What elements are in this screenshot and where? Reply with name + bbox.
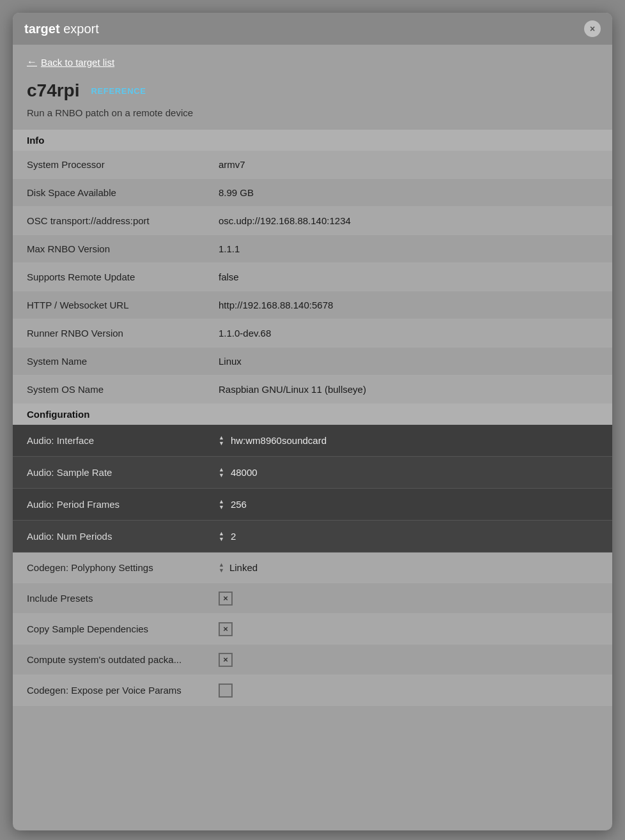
config-value[interactable]: ▲▼ 48000 — [219, 467, 258, 478]
back-link-row: ← Back to target list — [13, 45, 612, 74]
spinner-icon[interactable]: ▲▼ — [219, 499, 224, 510]
target-description: Run a RNBO patch on a remote device — [13, 105, 612, 130]
config-label: Audio: Interface — [27, 435, 219, 446]
info-value: false — [219, 271, 239, 282]
info-label: Supports Remote Update — [27, 271, 219, 282]
panel-title-rest: export — [60, 22, 99, 36]
back-link-label: Back to target list — [41, 57, 114, 68]
info-section-header: Info — [13, 130, 612, 151]
config-label: Audio: Period Frames — [27, 499, 219, 510]
checkbox-copy-samples[interactable]: × — [219, 622, 233, 636]
config-value[interactable]: ▲▼ 2 — [219, 531, 236, 542]
info-label: System OS Name — [27, 384, 219, 395]
back-arrow-icon: ← — [27, 56, 37, 68]
spinner-icon[interactable]: ▲▼ — [219, 562, 224, 574]
info-row: Disk Space Available 8.99 GB — [13, 179, 612, 207]
checkbox-include-presets[interactable]: × — [219, 592, 233, 606]
info-value: Raspbian GNU/Linux 11 (bullseye) — [219, 384, 366, 395]
config-row-polyphony: Codegen: Polyphony Settings ▲▼ Linked — [13, 553, 612, 583]
config-row-num-periods: Audio: Num Periods ▲▼ 2 — [13, 521, 612, 553]
info-label: System Processor — [27, 159, 219, 170]
config-value[interactable]: ▲▼ 256 — [219, 499, 247, 510]
info-row: System Processor armv7 — [13, 151, 612, 179]
config-row-sample-rate: Audio: Sample Rate ▲▼ 48000 — [13, 457, 612, 489]
info-row: Max RNBO Version 1.1.1 — [13, 235, 612, 263]
info-label: Runner RNBO Version — [27, 328, 219, 339]
config-row-include-presets: Include Presets × — [13, 583, 612, 614]
info-label: System Name — [27, 356, 219, 367]
config-row-expose-voice-params: Codegen: Expose per Voice Params — [13, 675, 612, 706]
panel-header: target export × — [13, 13, 612, 45]
info-row: Runner RNBO Version 1.1.0-dev.68 — [13, 319, 612, 347]
config-row-period-frames: Audio: Period Frames ▲▼ 256 — [13, 489, 612, 521]
config-dark-rows: Audio: Interface ▲▼ hw:wm8960soundcard A… — [13, 425, 612, 553]
config-row-outdated-packages: Compute system's outdated packa... × — [13, 645, 612, 675]
spinner-icon[interactable]: ▲▼ — [219, 467, 224, 478]
config-label: Copy Sample Dependencies — [27, 623, 219, 634]
info-row: System Name Linux — [13, 347, 612, 376]
info-label: OSC transport://address:port — [27, 215, 219, 226]
config-row-audio-interface: Audio: Interface ▲▼ hw:wm8960soundcard — [13, 425, 612, 457]
config-value[interactable]: × — [219, 622, 233, 636]
target-name: c74rpi — [27, 80, 80, 101]
info-label: Max RNBO Version — [27, 243, 219, 254]
close-icon: × — [590, 24, 595, 34]
info-value: Linux — [219, 356, 242, 367]
config-label: Audio: Sample Rate — [27, 467, 219, 478]
info-value: http://192.168.88.140:5678 — [219, 300, 333, 310]
info-row: System OS Name Raspbian GNU/Linux 11 (bu… — [13, 376, 612, 404]
close-button[interactable]: × — [584, 20, 601, 37]
config-value[interactable] — [219, 683, 233, 698]
config-value[interactable]: × — [219, 592, 233, 606]
config-label: Include Presets — [27, 593, 219, 604]
info-value: osc.udp://192.168.88.140:1234 — [219, 215, 351, 226]
info-value: 1.1.0-dev.68 — [219, 328, 271, 339]
config-label: Audio: Num Periods — [27, 531, 219, 542]
info-label: HTTP / Websocket URL — [27, 300, 219, 310]
panel-title: target export — [24, 22, 99, 36]
config-label: Codegen: Expose per Voice Params — [27, 685, 219, 696]
config-row-copy-samples: Copy Sample Dependencies × — [13, 614, 612, 645]
spinner-icon[interactable]: ▲▼ — [219, 531, 224, 542]
config-section-header: Configuration — [13, 404, 612, 425]
info-row: HTTP / Websocket URL http://192.168.88.1… — [13, 291, 612, 319]
back-to-list-link[interactable]: ← Back to target list — [27, 56, 114, 68]
main-panel: target export × ← Back to target list c7… — [13, 13, 612, 830]
config-label: Compute system's outdated packa... — [27, 654, 219, 665]
config-light-rows: Codegen: Polyphony Settings ▲▼ Linked In… — [13, 553, 612, 706]
info-value: 1.1.1 — [219, 243, 240, 254]
info-value: 8.99 GB — [219, 187, 254, 198]
config-value[interactable]: × — [219, 653, 233, 667]
config-label: Codegen: Polyphony Settings — [27, 562, 219, 573]
spinner-icon[interactable]: ▲▼ — [219, 435, 224, 447]
config-value[interactable]: ▲▼ hw:wm8960soundcard — [219, 435, 327, 447]
config-value[interactable]: ▲▼ Linked — [219, 562, 258, 574]
info-row: OSC transport://address:port osc.udp://1… — [13, 207, 612, 235]
panel-title-bold: target — [24, 22, 60, 36]
info-value: armv7 — [219, 159, 245, 170]
checkbox-outdated-packages[interactable]: × — [219, 653, 233, 667]
checkbox-expose-voice-params[interactable] — [219, 683, 233, 698]
info-rows: System Processor armv7 Disk Space Availa… — [13, 151, 612, 404]
info-label: Disk Space Available — [27, 187, 219, 198]
reference-badge: REFERENCE — [91, 86, 146, 96]
target-name-section: c74rpi REFERENCE — [13, 74, 612, 105]
info-row: Supports Remote Update false — [13, 263, 612, 291]
